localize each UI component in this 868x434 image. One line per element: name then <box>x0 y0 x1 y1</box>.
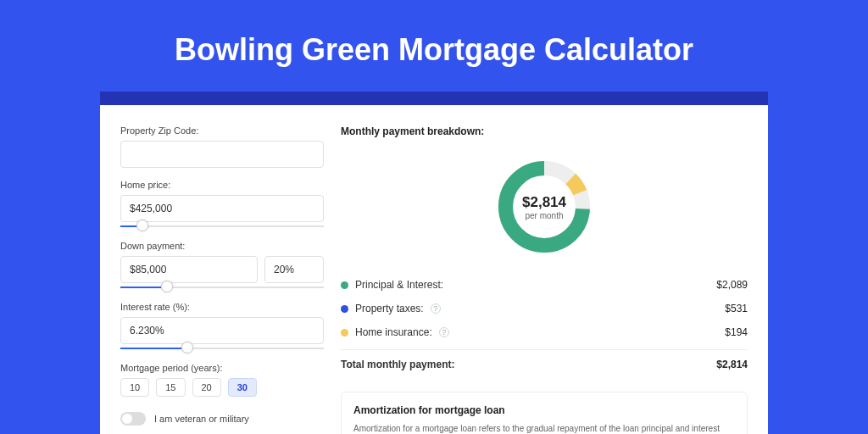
legend-label: Home insurance: <box>355 326 432 338</box>
page-title: Bowling Green Mortgage Calculator <box>0 0 868 92</box>
down-payment-slider[interactable] <box>120 285 324 290</box>
total-label: Total monthly payment: <box>341 359 454 370</box>
donut-chart: $2,814 per month <box>493 156 595 258</box>
interest-rate-group: Interest rate (%): 6.230% <box>120 302 324 351</box>
legend-row-principal: Principal & Interest: $2,089 <box>341 273 748 297</box>
calculator-card: Property Zip Code: Home price: $425,000 … <box>100 105 768 434</box>
donut-chart-wrap: $2,814 per month <box>341 146 748 273</box>
home-price-slider[interactable] <box>120 224 324 229</box>
dot-icon <box>341 329 348 337</box>
breakdown-column: Monthly payment breakdown: $2,814 <box>341 125 748 434</box>
amortization-text: Amortization for a mortgage loan refers … <box>353 423 735 434</box>
mortgage-period-group: Mortgage period (years): 10 15 20 30 <box>120 363 324 397</box>
interest-rate-input[interactable]: 6.230% <box>120 317 324 344</box>
calculator-stage: Property Zip Code: Home price: $425,000 … <box>100 92 768 434</box>
mortgage-period-label: Mortgage period (years): <box>120 363 324 373</box>
period-option-10[interactable]: 10 <box>120 378 149 397</box>
breakdown-title: Monthly payment breakdown: <box>341 125 748 137</box>
help-icon[interactable]: ? <box>431 303 441 314</box>
interest-rate-slider[interactable] <box>120 346 324 351</box>
veteran-group: I am veteran or military <box>120 412 324 426</box>
donut-center-sub: per month <box>525 211 563 220</box>
legend-value: $531 <box>725 303 748 314</box>
legend-value: $194 <box>725 326 748 338</box>
legend-row-total: Total monthly payment: $2,814 <box>341 349 748 376</box>
zip-input[interactable] <box>120 141 324 168</box>
down-payment-group: Down payment: $85,000 20% <box>120 241 324 290</box>
donut-center-amount: $2,814 <box>522 194 566 211</box>
period-option-15[interactable]: 15 <box>156 378 185 397</box>
period-option-30[interactable]: 30 <box>228 378 257 397</box>
legend-label: Principal & Interest: <box>355 279 443 291</box>
dot-icon <box>341 281 348 289</box>
veteran-toggle[interactable] <box>120 412 146 426</box>
amortization-card: Amortization for mortgage loan Amortizat… <box>341 392 748 434</box>
interest-rate-label: Interest rate (%): <box>120 302 324 312</box>
amortization-title: Amortization for mortgage loan <box>353 404 735 416</box>
period-option-20[interactable]: 20 <box>192 378 221 397</box>
dot-icon <box>341 305 348 313</box>
home-price-label: Home price: <box>120 180 324 190</box>
down-payment-label: Down payment: <box>120 241 324 251</box>
legend-value: $2,089 <box>716 279 748 291</box>
veteran-label: I am veteran or military <box>154 414 249 424</box>
help-icon[interactable]: ? <box>439 327 449 337</box>
legend-row-insurance: Home insurance: ? $194 <box>341 320 748 344</box>
legend-row-taxes: Property taxes: ? $531 <box>341 297 748 320</box>
form-column: Property Zip Code: Home price: $425,000 … <box>120 125 324 434</box>
home-price-group: Home price: $425,000 <box>120 180 324 229</box>
legend-label: Property taxes: <box>355 303 424 314</box>
home-price-input[interactable]: $425,000 <box>120 195 324 222</box>
total-value: $2,814 <box>716 359 748 370</box>
down-payment-percent-input[interactable]: 20% <box>264 256 324 283</box>
zip-label: Property Zip Code: <box>120 125 324 136</box>
zip-group: Property Zip Code: <box>120 125 324 168</box>
down-payment-amount-input[interactable]: $85,000 <box>120 256 258 283</box>
